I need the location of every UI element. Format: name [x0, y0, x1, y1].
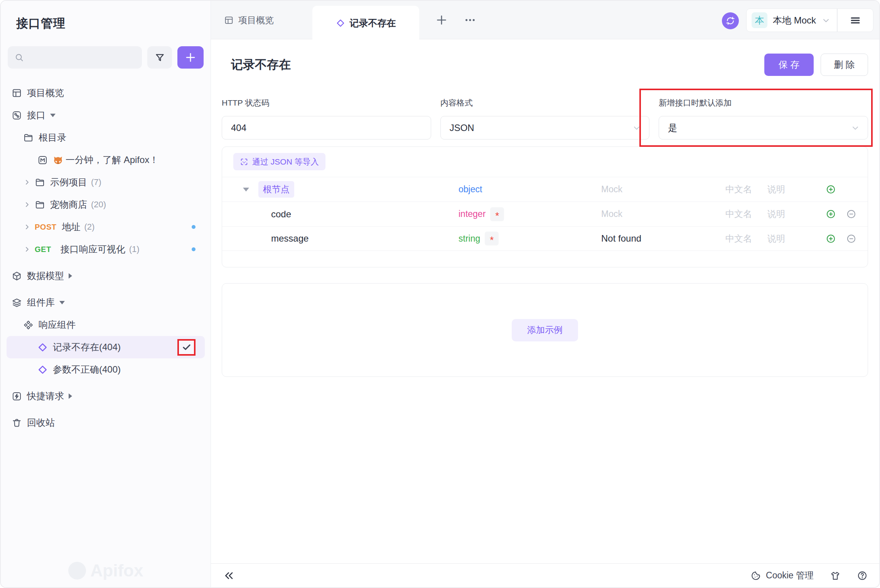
mock-value[interactable]: Not found [601, 233, 725, 244]
search-icon [15, 52, 24, 62]
sidebar-item-project-overview[interactable]: 项目概览 [7, 82, 205, 104]
import-json-button[interactable]: 通过 JSON 等导入 [233, 153, 325, 170]
http-status-input[interactable] [231, 123, 423, 133]
method-badge-post: POST [35, 223, 56, 232]
default-add-select[interactable]: 是 [659, 116, 868, 139]
sidebar-controls [8, 46, 204, 69]
item-count: (20) [91, 200, 106, 210]
sidebar-item-label: 根目录 [39, 131, 66, 144]
search-box[interactable] [8, 46, 142, 69]
mock-placeholder[interactable]: Mock [601, 184, 725, 195]
environment-selector[interactable]: 本 本地 Mock [746, 8, 873, 32]
cn-name-placeholder[interactable]: 中文名 [725, 233, 767, 245]
schema-row-code[interactable]: code integer * Mock 中文名 说明 [222, 202, 868, 226]
item-count: (1) [129, 244, 140, 254]
tab-project-overview[interactable]: 项目概览 [220, 1, 278, 39]
sidebar-item-doc-intro[interactable]: 一分钟，了解 Apifox！ [7, 149, 205, 171]
app-window: 接口管理 项目概览 接口 [0, 0, 880, 588]
save-button[interactable]: 保 存 [764, 54, 814, 76]
footer-right: Cookie 管理 [750, 570, 868, 581]
cn-name-placeholder[interactable]: 中文名 [725, 208, 767, 220]
sidebar-item-label: 回收站 [27, 417, 55, 429]
description-placeholder[interactable]: 说明 [767, 183, 826, 195]
theme-tshirt-icon[interactable] [830, 570, 841, 581]
cn-name-placeholder[interactable]: 中文名 [725, 183, 767, 195]
sidebar-item-label: 响应组件 [39, 319, 76, 331]
sidebar-item-post-address[interactable]: POST 地址 (2) [7, 216, 205, 238]
env-label: 本地 Mock [773, 14, 816, 27]
description-placeholder[interactable]: 说明 [767, 208, 826, 220]
cookie-manager-button[interactable]: Cookie 管理 [750, 570, 814, 581]
sidebar-item-response-components[interactable]: 响应组件 [7, 314, 205, 336]
mock-placeholder[interactable]: Mock [601, 209, 725, 219]
description-placeholder[interactable]: 说明 [767, 233, 826, 245]
sync-button[interactable] [722, 12, 739, 29]
content-format-select[interactable]: JSON [440, 116, 650, 139]
sidebar-item-invalid-params[interactable]: 参数不正确(400) [7, 358, 205, 381]
hamburger-icon [850, 15, 861, 26]
select-value: JSON [450, 123, 474, 133]
diamond-icon [37, 365, 48, 375]
remove-field-icon[interactable] [846, 234, 856, 244]
tab-more-button[interactable] [462, 15, 478, 25]
add-field-icon[interactable] [826, 234, 836, 244]
type-label[interactable]: integer [459, 209, 486, 219]
highlighted-checkmark-box[interactable] [177, 339, 196, 356]
menu-button[interactable] [838, 15, 873, 26]
sidebar-item-record-not-found[interactable]: 记录不存在(404) [7, 336, 205, 358]
add-button[interactable] [177, 46, 204, 69]
chevron-right-icon [23, 245, 31, 253]
add-field-icon[interactable] [826, 209, 836, 219]
sidebar-tree: 项目概览 接口 根目录 一分钟，了解 Apifox！ 示例项目 (7) [1, 82, 211, 434]
collapse-sidebar-icon[interactable] [223, 570, 235, 581]
response-fields: HTTP 状态码 内容格式 JSON 新增接口时默认添加 [222, 97, 868, 139]
overview-icon [12, 88, 22, 98]
examples-panel: 添加示例 [222, 283, 868, 377]
schema-row-message[interactable]: message string * Not found 中文名 说明 [222, 226, 868, 251]
sidebar-item-pet-store[interactable]: 宠物商店 (20) [7, 193, 205, 216]
sidebar-item-label: 接口 [27, 109, 46, 121]
field-http-status: HTTP 状态码 [222, 97, 431, 139]
remove-field-icon[interactable] [846, 209, 856, 219]
delete-button[interactable]: 删 除 [821, 54, 868, 76]
search-input[interactable] [27, 52, 135, 63]
sidebar-item-root-folder[interactable]: 根目录 [7, 126, 205, 149]
sidebar-title: 接口管理 [16, 15, 211, 32]
sidebar-item-label: 接口响应可视化 [61, 243, 125, 255]
apifox-watermark: Apifox [1, 561, 211, 580]
sidebar-item-example-project[interactable]: 示例项目 (7) [7, 171, 205, 193]
help-icon[interactable] [857, 570, 868, 581]
caret-down-icon[interactable] [243, 188, 249, 192]
tab-record-not-found[interactable]: 记录不存在 [312, 6, 419, 40]
sidebar-item-data-models[interactable]: 数据模型 [7, 265, 205, 287]
sidebar-item-apis[interactable]: 接口 [7, 104, 205, 126]
field-name[interactable]: code [258, 209, 459, 220]
cookie-icon [750, 570, 761, 581]
caret-down-icon [59, 301, 65, 304]
add-field-icon[interactable] [826, 184, 836, 195]
filter-button[interactable] [147, 46, 172, 69]
new-tab-button[interactable] [435, 13, 448, 27]
sidebar-item-quick-request[interactable]: 快捷请求 [7, 385, 205, 407]
type-label[interactable]: object [459, 184, 482, 195]
page-title: 记录不存在 [231, 57, 291, 73]
sidebar-item-recycle-bin[interactable]: 回收站 [7, 412, 205, 434]
page-header: 记录不存在 保 存 删 除 [222, 54, 868, 76]
caret-right-icon [69, 393, 72, 399]
sidebar-item-component-library[interactable]: 组件库 [7, 291, 205, 314]
apifox-watermark-text: Apifox [91, 561, 143, 580]
schema-row-root[interactable]: 根节点 object Mock 中文名 说明 [222, 177, 868, 202]
tab-label: 记录不存在 [350, 17, 396, 29]
field-label: HTTP 状态码 [222, 97, 431, 109]
env-badge: 本 [752, 12, 767, 28]
sidebar-item-label: 记录不存在(404) [53, 341, 121, 353]
type-label[interactable]: string [459, 234, 480, 244]
header-actions: 保 存 删 除 [764, 54, 868, 76]
sidebar-item-get-visualization[interactable]: GET 接口响应可视化 (1) [7, 238, 205, 260]
chevron-right-icon [23, 201, 31, 208]
add-example-button[interactable]: 添加示例 [512, 319, 578, 341]
root-node-chip[interactable]: 根节点 [258, 181, 294, 198]
folder-icon [35, 200, 45, 210]
field-name[interactable]: message [258, 233, 459, 244]
field-label: 新增接口时默认添加 [659, 97, 868, 109]
